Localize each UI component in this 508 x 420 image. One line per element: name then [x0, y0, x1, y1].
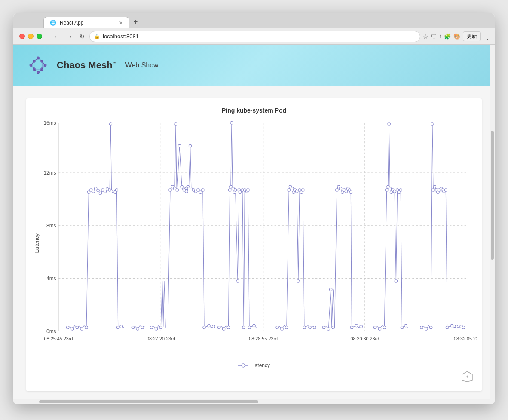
chart-watermark: ✦: [461, 371, 473, 383]
svg-point-55: [108, 189, 111, 191]
svg-text:4ms: 4ms: [46, 276, 56, 282]
scrollbar-thumb-h[interactable]: [39, 400, 258, 403]
app-header: Chaos Mesh™ Web Show: [13, 45, 495, 86]
svg-point-155: [404, 324, 407, 327]
svg-point-146: [389, 187, 392, 190]
chart-area: Latency 0ms 4ms 8ms 12ms 16ms: [31, 118, 477, 359]
svg-point-170: [450, 324, 453, 327]
shield-icon[interactable]: 🛡: [431, 33, 437, 40]
svg-point-56: [109, 123, 112, 125]
svg-point-48: [92, 190, 95, 193]
chart-title: Ping kube-system Pod: [31, 107, 477, 114]
svg-text:8ms: 8ms: [46, 223, 56, 229]
svg-point-69: [169, 189, 172, 191]
svg-point-73: [176, 189, 179, 191]
svg-point-68: [159, 326, 162, 329]
svg-point-59: [115, 189, 118, 191]
address-bar[interactable]: 🔒 localhost:8081: [89, 31, 420, 42]
tumblr-icon[interactable]: t: [440, 33, 441, 40]
svg-text:0ms: 0ms: [46, 328, 56, 334]
svg-point-159: [431, 123, 434, 125]
svg-point-106: [248, 326, 251, 329]
svg-point-171: [455, 325, 458, 328]
svg-point-109: [281, 328, 284, 330]
svg-line-13: [42, 65, 45, 69]
svg-point-102: [242, 326, 245, 329]
svg-point-108: [276, 326, 279, 329]
svg-point-51: [99, 192, 102, 194]
tab-favicon: 🌐: [50, 20, 56, 26]
forward-button[interactable]: →: [64, 31, 75, 42]
browser-titlebar: ← → ↻ 🔒 localhost:8081 ☆ 🛡 t 🧩 🎨 更新 ⋮: [13, 28, 495, 45]
svg-point-75: [181, 185, 184, 188]
svg-point-66: [150, 326, 153, 329]
svg-point-126: [330, 288, 333, 291]
svg-point-83: [197, 189, 200, 191]
svg-line-11: [31, 65, 34, 69]
scrollbar-thumb[interactable]: [491, 131, 494, 260]
svg-point-149: [393, 190, 396, 193]
svg-point-136: [349, 191, 352, 193]
svg-point-127: [332, 326, 335, 329]
app-name: Chaos Mesh™: [57, 60, 117, 71]
back-button[interactable]: ←: [52, 31, 62, 42]
svg-point-105: [247, 189, 250, 191]
update-button[interactable]: 更新: [463, 31, 481, 41]
refresh-button[interactable]: ↻: [77, 32, 87, 41]
maximize-button[interactable]: [37, 34, 42, 39]
svg-text:08:27:20 23rd: 08:27:20 23rd: [147, 336, 175, 341]
svg-point-111: [288, 189, 291, 191]
svg-point-145: [388, 123, 391, 125]
svg-text:08:30:30 23rd: 08:30:30 23rd: [350, 336, 379, 341]
lock-icon: 🔒: [94, 34, 100, 39]
tab-close-button[interactable]: ✕: [119, 20, 123, 26]
svg-point-158: [429, 326, 432, 329]
browser-window: 🌐 React App ✕ + ← → ↻ 🔒 localhost:8081 ☆…: [13, 13, 495, 404]
svg-point-168: [444, 189, 447, 191]
svg-point-120: [302, 189, 305, 191]
theme-icon[interactable]: 🎨: [453, 33, 460, 40]
browser-tab[interactable]: 🌐 React App ✕: [43, 17, 129, 28]
svg-text:08:25:45 23rd: 08:25:45 23rd: [44, 336, 73, 341]
app-content: Ping kube-system Pod Latency 0ms: [13, 86, 495, 404]
svg-text:16ms: 16ms: [43, 120, 56, 126]
svg-line-15: [38, 69, 42, 72]
svg-line-12: [42, 61, 45, 65]
svg-point-156: [420, 326, 423, 329]
svg-point-125: [327, 328, 330, 330]
svg-point-92: [228, 189, 231, 191]
menu-button[interactable]: ⋮: [484, 32, 491, 41]
bookmark-icon[interactable]: ☆: [423, 33, 428, 40]
tab-title: React App: [60, 20, 83, 26]
new-tab-button[interactable]: +: [129, 15, 142, 28]
svg-point-130: [339, 187, 342, 190]
vertical-scrollbar[interactable]: [490, 45, 495, 404]
svg-point-85: [202, 189, 205, 191]
window-controls: [13, 34, 48, 39]
svg-point-154: [401, 326, 404, 329]
svg-point-142: [383, 326, 386, 329]
svg-point-143: [386, 189, 389, 191]
minimize-button[interactable]: [28, 34, 34, 39]
svg-point-88: [212, 325, 215, 328]
svg-point-110: [285, 326, 288, 329]
close-button[interactable]: [19, 34, 25, 39]
chaos-mesh-logo: [26, 53, 50, 77]
puzzle-icon[interactable]: 🧩: [444, 33, 451, 40]
svg-point-117: [297, 280, 300, 282]
svg-point-60: [116, 326, 119, 329]
svg-point-80: [189, 144, 192, 147]
svg-text:✦: ✦: [465, 374, 469, 379]
svg-point-67: [155, 328, 158, 330]
svg-point-121: [303, 326, 306, 329]
svg-point-141: [378, 328, 381, 330]
svg-point-137: [350, 326, 353, 329]
svg-point-87: [208, 324, 211, 327]
chart-card: Ping kube-system Pod Latency 0ms: [26, 98, 482, 391]
horizontal-scrollbar[interactable]: [13, 399, 495, 404]
svg-point-46: [87, 191, 90, 193]
svg-line-8: [34, 58, 38, 61]
legend-label: latency: [254, 362, 270, 368]
svg-point-50: [97, 189, 100, 192]
svg-point-53: [104, 190, 107, 193]
